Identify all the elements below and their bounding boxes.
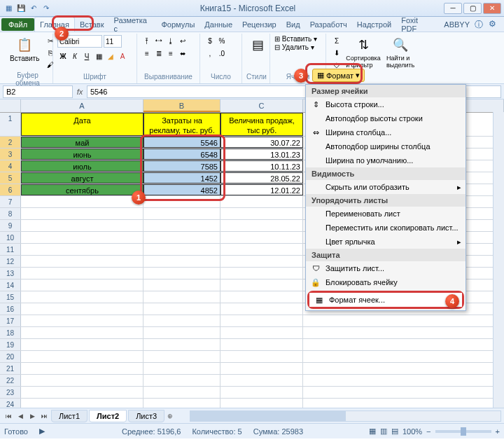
view-normal-icon[interactable]: ▦ xyxy=(369,427,376,436)
cell[interactable] xyxy=(21,291,144,303)
format-button[interactable]: ▦ Формат ▾ xyxy=(312,69,365,82)
new-sheet-button[interactable]: ⊕ xyxy=(164,410,176,422)
cell[interactable] xyxy=(220,244,303,255)
cell[interactable] xyxy=(144,279,220,291)
tab-foxit[interactable]: Foxit PDF xyxy=(396,13,439,36)
comma-icon[interactable]: , xyxy=(204,48,216,59)
cell[interactable] xyxy=(144,268,220,279)
cell[interactable]: 10.11.23 xyxy=(220,160,303,172)
redo-icon[interactable]: ↷ xyxy=(41,3,52,14)
row-header[interactable]: 15 xyxy=(0,291,21,303)
sort-filter-button[interactable]: ⇅ Сортировка и фильтр xyxy=(345,35,382,70)
cell[interactable] xyxy=(144,315,220,326)
row-header[interactable]: 1 xyxy=(0,113,21,136)
tab-home[interactable]: Главная xyxy=(34,17,75,32)
undo-icon[interactable]: ↶ xyxy=(28,3,39,14)
cell[interactable] xyxy=(220,375,303,386)
view-break-icon[interactable]: ▤ xyxy=(391,427,398,436)
cell[interactable] xyxy=(21,387,144,398)
cell-header[interactable]: Дата xyxy=(21,113,144,136)
cell[interactable] xyxy=(144,303,220,315)
cell[interactable] xyxy=(220,351,303,362)
row-header[interactable]: 9 xyxy=(0,220,21,231)
cell[interactable] xyxy=(21,375,144,386)
cell[interactable] xyxy=(144,244,220,255)
cell[interactable]: 1452 xyxy=(144,172,220,184)
tab-data[interactable]: Данные xyxy=(200,18,237,32)
align-center-icon[interactable]: ≣ xyxy=(153,48,164,59)
italic-button[interactable]: К xyxy=(69,50,80,62)
cell[interactable] xyxy=(21,244,144,255)
tab-view[interactable]: Вид xyxy=(281,18,305,32)
help-icon[interactable]: ⓘ xyxy=(475,19,486,30)
row-header[interactable]: 24 xyxy=(0,399,21,408)
col-header-c[interactable]: C xyxy=(220,99,303,112)
tab-layout[interactable]: Разметка с xyxy=(108,13,156,36)
zoom-in-button[interactable]: + xyxy=(496,427,500,436)
font-color-button[interactable]: A xyxy=(117,50,128,62)
delete-button[interactable]: ⊟ Удалить ▾ xyxy=(274,43,314,51)
percent-icon[interactable]: % xyxy=(216,35,227,46)
cell[interactable] xyxy=(21,220,144,231)
cell[interactable] xyxy=(21,208,144,219)
cell[interactable] xyxy=(21,268,144,279)
view-layout-icon[interactable]: ▥ xyxy=(380,427,387,436)
dd-move-copy[interactable]: Переместить или скопировать лист... xyxy=(306,221,465,235)
tab-formulas[interactable]: Формулы xyxy=(156,18,200,32)
cell[interactable] xyxy=(21,303,144,315)
cell[interactable]: 30.07.22 xyxy=(220,137,303,148)
row-header[interactable]: 6 xyxy=(0,184,21,195)
zoom-slider[interactable] xyxy=(435,430,491,433)
fx-icon[interactable]: fx xyxy=(73,88,87,96)
cell[interactable] xyxy=(144,256,220,267)
cell[interactable] xyxy=(144,399,220,408)
cell[interactable] xyxy=(144,351,220,362)
cell[interactable] xyxy=(21,232,144,243)
col-header-a[interactable]: A xyxy=(21,99,144,112)
cell[interactable] xyxy=(21,256,144,267)
cell[interactable]: июнь xyxy=(21,149,144,160)
cell[interactable]: 6548 xyxy=(144,149,220,160)
insert-button[interactable]: ⊞ Вставить ▾ xyxy=(274,35,317,43)
cell[interactable] xyxy=(144,291,220,303)
dd-lock-cell[interactable]: 🔒Блокировать ячейку xyxy=(306,275,465,289)
cell[interactable] xyxy=(220,268,303,279)
dd-rename-sheet[interactable]: Переименовать лист xyxy=(306,207,465,221)
fill-color-button[interactable]: ◢ xyxy=(105,50,116,62)
options-icon[interactable]: ⚙ xyxy=(489,19,500,30)
cell[interactable] xyxy=(144,196,220,207)
cell[interactable] xyxy=(144,232,220,243)
cell[interactable]: июль xyxy=(21,160,144,172)
cell[interactable]: 12.01.22 xyxy=(220,184,303,195)
styles-button[interactable]: ▤ xyxy=(246,35,269,55)
cell[interactable] xyxy=(21,399,144,408)
row-header[interactable]: 8 xyxy=(0,208,21,219)
find-select-button[interactable]: 🔍 Найти и выделить xyxy=(384,35,417,70)
tab-review[interactable]: Рецензир xyxy=(237,18,281,32)
currency-icon[interactable]: $ xyxy=(204,35,216,46)
row-header[interactable]: 3 xyxy=(0,149,21,160)
close-button[interactable]: ✕ xyxy=(483,3,501,14)
align-top-icon[interactable]: ⭱ xyxy=(141,35,153,46)
dd-tab-color[interactable]: Цвет ярлычка▸ xyxy=(306,235,465,249)
col-header-b[interactable]: B xyxy=(144,99,220,112)
cell[interactable] xyxy=(220,339,303,350)
dd-autofit-height[interactable]: Автоподбор высоты строки xyxy=(306,111,465,125)
cell[interactable]: 13.01.23 xyxy=(220,149,303,160)
sheet-tab-2[interactable]: Лист2 xyxy=(89,410,127,422)
cell[interactable] xyxy=(220,387,303,398)
cell[interactable]: 28.05.22 xyxy=(220,172,303,184)
vertical-scrollbar[interactable] xyxy=(493,112,504,408)
row-header[interactable]: 16 xyxy=(0,303,21,315)
cell[interactable] xyxy=(220,196,303,207)
align-left-icon[interactable]: ≡ xyxy=(141,48,153,59)
tab-developer[interactable]: Разработч xyxy=(305,18,352,32)
row-header[interactable]: 2 xyxy=(0,137,21,148)
dd-format-cells[interactable]: ▦Формат ячеек... xyxy=(309,293,462,307)
cell[interactable] xyxy=(220,399,303,408)
row-header[interactable]: 18 xyxy=(0,327,21,338)
border-button[interactable]: ▦ xyxy=(93,50,104,62)
fill-icon[interactable]: ⬇ xyxy=(330,47,343,58)
zoom-level[interactable]: 100% xyxy=(402,427,422,436)
cell[interactable] xyxy=(220,363,303,374)
